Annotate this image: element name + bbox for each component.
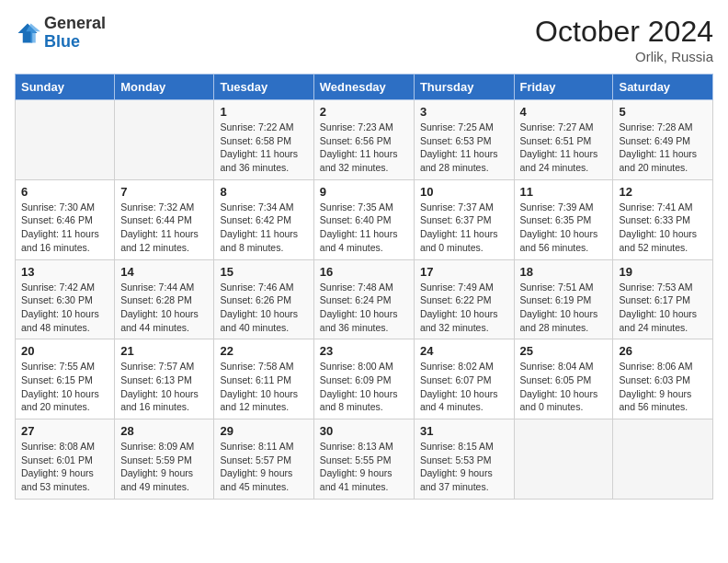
calendar-cell: 28Sunrise: 8:09 AM Sunset: 5:59 PM Dayli… xyxy=(115,419,214,500)
day-number: 28 xyxy=(120,424,208,438)
calendar-cell: 5Sunrise: 7:28 AM Sunset: 6:49 PM Daylig… xyxy=(613,100,713,180)
day-number: 23 xyxy=(320,344,408,358)
calendar-cell: 13Sunrise: 7:42 AM Sunset: 6:30 PM Dayli… xyxy=(16,259,115,339)
calendar-table: SundayMondayTuesdayWednesdayThursdayFrid… xyxy=(15,74,713,500)
calendar-cell: 1Sunrise: 7:22 AM Sunset: 6:58 PM Daylig… xyxy=(214,100,313,180)
calendar-cell: 22Sunrise: 7:58 AM Sunset: 6:11 PM Dayli… xyxy=(214,339,313,419)
day-number: 10 xyxy=(420,185,508,199)
calendar-cell: 31Sunrise: 8:15 AM Sunset: 5:53 PM Dayli… xyxy=(414,419,514,500)
logo-icon xyxy=(15,20,40,46)
day-info: Sunrise: 7:30 AM Sunset: 6:46 PM Dayligh… xyxy=(21,201,108,255)
weekday-header: Thursday xyxy=(414,75,514,100)
day-number: 20 xyxy=(21,344,108,358)
calendar-cell: 24Sunrise: 8:02 AM Sunset: 6:07 PM Dayli… xyxy=(414,339,514,419)
day-number: 3 xyxy=(420,105,508,119)
calendar-cell: 11Sunrise: 7:39 AM Sunset: 6:35 PM Dayli… xyxy=(514,179,613,259)
calendar-cell: 26Sunrise: 8:06 AM Sunset: 6:03 PM Dayli… xyxy=(613,339,713,419)
day-info: Sunrise: 8:04 AM Sunset: 6:05 PM Dayligh… xyxy=(520,360,608,414)
day-info: Sunrise: 7:58 AM Sunset: 6:11 PM Dayligh… xyxy=(220,360,307,414)
weekday-header: Tuesday xyxy=(214,75,313,100)
calendar-cell: 27Sunrise: 8:08 AM Sunset: 6:01 PM Dayli… xyxy=(16,419,115,500)
day-number: 15 xyxy=(220,265,307,279)
day-info: Sunrise: 7:49 AM Sunset: 6:22 PM Dayligh… xyxy=(420,281,508,335)
day-info: Sunrise: 8:11 AM Sunset: 5:57 PM Dayligh… xyxy=(220,440,307,494)
day-number: 24 xyxy=(420,344,508,358)
calendar-cell: 14Sunrise: 7:44 AM Sunset: 6:28 PM Dayli… xyxy=(115,259,214,339)
calendar-cell: 6Sunrise: 7:30 AM Sunset: 6:46 PM Daylig… xyxy=(16,179,115,259)
day-info: Sunrise: 7:53 AM Sunset: 6:17 PM Dayligh… xyxy=(619,281,707,335)
day-number: 12 xyxy=(619,185,707,199)
day-number: 26 xyxy=(619,344,707,358)
calendar-week-row: 1Sunrise: 7:22 AM Sunset: 6:58 PM Daylig… xyxy=(16,100,713,180)
day-number: 11 xyxy=(520,185,608,199)
logo-text: General Blue xyxy=(44,15,106,52)
calendar-cell: 29Sunrise: 8:11 AM Sunset: 5:57 PM Dayli… xyxy=(214,419,313,500)
logo-blue: Blue xyxy=(44,32,80,51)
day-info: Sunrise: 7:25 AM Sunset: 6:53 PM Dayligh… xyxy=(420,121,508,175)
calendar-cell: 12Sunrise: 7:41 AM Sunset: 6:33 PM Dayli… xyxy=(613,179,713,259)
day-number: 25 xyxy=(520,344,608,358)
day-number: 2 xyxy=(320,105,408,119)
day-info: Sunrise: 7:51 AM Sunset: 6:19 PM Dayligh… xyxy=(520,281,608,335)
day-number: 13 xyxy=(21,265,108,279)
calendar-cell: 4Sunrise: 7:27 AM Sunset: 6:51 PM Daylig… xyxy=(514,100,613,180)
calendar-cell: 20Sunrise: 7:55 AM Sunset: 6:15 PM Dayli… xyxy=(16,339,115,419)
day-info: Sunrise: 7:34 AM Sunset: 6:42 PM Dayligh… xyxy=(220,201,307,255)
day-info: Sunrise: 7:46 AM Sunset: 6:26 PM Dayligh… xyxy=(220,281,307,335)
calendar-body: 1Sunrise: 7:22 AM Sunset: 6:58 PM Daylig… xyxy=(16,100,713,500)
calendar-cell xyxy=(514,419,613,500)
calendar-cell: 7Sunrise: 7:32 AM Sunset: 6:44 PM Daylig… xyxy=(115,179,214,259)
day-info: Sunrise: 7:39 AM Sunset: 6:35 PM Dayligh… xyxy=(520,201,608,255)
calendar-week-row: 13Sunrise: 7:42 AM Sunset: 6:30 PM Dayli… xyxy=(16,259,713,339)
day-number: 21 xyxy=(120,344,208,358)
day-number: 19 xyxy=(619,265,707,279)
day-info: Sunrise: 7:42 AM Sunset: 6:30 PM Dayligh… xyxy=(21,281,108,335)
calendar-cell: 15Sunrise: 7:46 AM Sunset: 6:26 PM Dayli… xyxy=(214,259,313,339)
day-info: Sunrise: 7:28 AM Sunset: 6:49 PM Dayligh… xyxy=(619,121,707,175)
day-info: Sunrise: 8:09 AM Sunset: 5:59 PM Dayligh… xyxy=(120,440,208,494)
day-info: Sunrise: 7:41 AM Sunset: 6:33 PM Dayligh… xyxy=(619,201,707,255)
logo: General Blue xyxy=(15,15,106,52)
day-number: 31 xyxy=(420,424,508,438)
calendar-cell: 8Sunrise: 7:34 AM Sunset: 6:42 PM Daylig… xyxy=(214,179,313,259)
day-info: Sunrise: 8:00 AM Sunset: 6:09 PM Dayligh… xyxy=(320,360,408,414)
day-number: 9 xyxy=(320,185,408,199)
day-number: 18 xyxy=(520,265,608,279)
day-number: 16 xyxy=(320,265,408,279)
logo-general: General xyxy=(44,14,106,32)
day-number: 1 xyxy=(220,105,307,119)
calendar-cell xyxy=(115,100,214,180)
title-block: October 2024 Orlik, Russia xyxy=(535,15,713,64)
calendar-cell: 23Sunrise: 8:00 AM Sunset: 6:09 PM Dayli… xyxy=(313,339,414,419)
calendar-cell: 17Sunrise: 7:49 AM Sunset: 6:22 PM Dayli… xyxy=(414,259,514,339)
day-info: Sunrise: 7:27 AM Sunset: 6:51 PM Dayligh… xyxy=(520,121,608,175)
calendar-cell: 9Sunrise: 7:35 AM Sunset: 6:40 PM Daylig… xyxy=(313,179,414,259)
day-info: Sunrise: 7:32 AM Sunset: 6:44 PM Dayligh… xyxy=(120,201,208,255)
calendar-cell: 3Sunrise: 7:25 AM Sunset: 6:53 PM Daylig… xyxy=(414,100,514,180)
day-number: 8 xyxy=(220,185,307,199)
day-number: 29 xyxy=(220,424,307,438)
day-number: 4 xyxy=(520,105,608,119)
day-info: Sunrise: 7:37 AM Sunset: 6:37 PM Dayligh… xyxy=(420,201,508,255)
weekday-header: Sunday xyxy=(16,75,115,100)
weekday-header-row: SundayMondayTuesdayWednesdayThursdayFrid… xyxy=(16,75,713,100)
day-info: Sunrise: 7:44 AM Sunset: 6:28 PM Dayligh… xyxy=(120,281,208,335)
day-info: Sunrise: 7:57 AM Sunset: 6:13 PM Dayligh… xyxy=(120,360,208,414)
day-number: 30 xyxy=(320,424,408,438)
day-number: 22 xyxy=(220,344,307,358)
day-number: 17 xyxy=(420,265,508,279)
calendar-cell: 18Sunrise: 7:51 AM Sunset: 6:19 PM Dayli… xyxy=(514,259,613,339)
day-number: 6 xyxy=(21,185,108,199)
day-number: 5 xyxy=(619,105,707,119)
calendar-cell: 25Sunrise: 8:04 AM Sunset: 6:05 PM Dayli… xyxy=(514,339,613,419)
month-title: October 2024 xyxy=(535,15,713,49)
day-info: Sunrise: 7:23 AM Sunset: 6:56 PM Dayligh… xyxy=(320,121,408,175)
calendar-cell: 30Sunrise: 8:13 AM Sunset: 5:55 PM Dayli… xyxy=(313,419,414,500)
page-header: General Blue October 2024 Orlik, Russia xyxy=(15,15,713,64)
calendar-week-row: 20Sunrise: 7:55 AM Sunset: 6:15 PM Dayli… xyxy=(16,339,713,419)
weekday-header: Wednesday xyxy=(313,75,414,100)
calendar-week-row: 6Sunrise: 7:30 AM Sunset: 6:46 PM Daylig… xyxy=(16,179,713,259)
calendar-cell: 21Sunrise: 7:57 AM Sunset: 6:13 PM Dayli… xyxy=(115,339,214,419)
day-info: Sunrise: 7:22 AM Sunset: 6:58 PM Dayligh… xyxy=(220,121,307,175)
day-info: Sunrise: 7:48 AM Sunset: 6:24 PM Dayligh… xyxy=(320,281,408,335)
